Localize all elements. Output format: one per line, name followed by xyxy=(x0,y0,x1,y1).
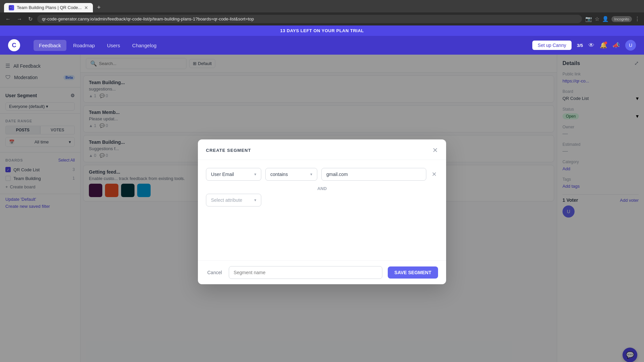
profile-icon[interactable]: 👤 xyxy=(602,16,609,22)
main-layout: ☰ All Feedback 🛡 Moderation Beta User Se… xyxy=(0,55,644,362)
select-attribute-placeholder: Select attribute xyxy=(211,197,242,203)
segment-name-input[interactable] xyxy=(229,266,382,279)
bell-outline-icon[interactable]: 📣 xyxy=(612,42,620,49)
modal-overlay: CREATE SEGMENT ✕ User Email ▾ contains ▾… xyxy=(0,55,644,362)
nav-users[interactable]: Users xyxy=(102,40,125,51)
modal-close-button[interactable]: ✕ xyxy=(432,146,438,154)
incognito-badge: Incognito xyxy=(611,16,632,22)
reload-button[interactable]: ↻ xyxy=(27,14,34,23)
segment-condition-row: User Email ▾ contains ▾ ✕ xyxy=(206,168,438,181)
select-attribute-dropdown[interactable]: Select attribute ▾ xyxy=(206,194,261,206)
cancel-button[interactable]: Cancel xyxy=(206,267,223,278)
bookmark-icon[interactable]: ☆ xyxy=(595,16,599,22)
nav-feedback[interactable]: Feedback xyxy=(34,40,66,51)
select-attr-chevron-icon: ▾ xyxy=(254,198,256,202)
menu-icon[interactable]: ⋮ xyxy=(635,16,640,22)
camera-icon[interactable]: 📷 xyxy=(585,16,592,22)
attribute-label: User Email xyxy=(211,172,234,177)
trial-banner: 13 DAYS LEFT ON YOUR PLAN TRIAL xyxy=(0,25,644,36)
operator-dropdown[interactable]: contains ▾ xyxy=(265,168,317,181)
and-divider: AND xyxy=(206,186,438,191)
modal-body: User Email ▾ contains ▾ ✕ AND Select att… xyxy=(198,160,446,260)
browser-icons: 📷 ☆ 👤 Incognito ⋮ xyxy=(585,16,640,22)
avatar[interactable]: U xyxy=(625,40,636,51)
create-segment-modal: CREATE SEGMENT ✕ User Email ▾ contains ▾… xyxy=(198,139,446,284)
tab-close-button[interactable]: ✕ xyxy=(84,5,88,10)
nav-changelog[interactable]: Changelog xyxy=(127,40,162,51)
value-input[interactable] xyxy=(321,168,426,181)
active-tab[interactable]: C Team Building Plans | QR Code... ✕ xyxy=(4,3,93,12)
browser-chrome: C Team Building Plans | QR Code... ✕ + ←… xyxy=(0,0,644,25)
save-segment-button[interactable]: SAVE SEGMENT xyxy=(388,266,438,279)
progress-badge: 3/5 xyxy=(577,43,583,48)
trial-text: 13 DAYS LEFT ON YOUR PLAN TRIAL xyxy=(280,28,364,33)
setup-canny-button[interactable]: Set up Canny xyxy=(532,41,572,50)
row-delete-button[interactable]: ✕ xyxy=(430,169,438,179)
canny-logo: C xyxy=(8,39,20,51)
back-button[interactable]: ← xyxy=(4,15,12,23)
modal-title: CREATE SEGMENT xyxy=(206,148,251,153)
tab-favicon: C xyxy=(9,5,14,10)
operator-chevron-icon: ▾ xyxy=(310,172,312,177)
notifications-icon[interactable]: 🔔 xyxy=(600,42,607,49)
modal-header: CREATE SEGMENT ✕ xyxy=(198,139,446,160)
select-attribute-row: Select attribute ▾ xyxy=(206,194,438,206)
notification-dot xyxy=(604,42,607,44)
attribute-chevron-icon: ▾ xyxy=(254,172,256,177)
address-input[interactable] xyxy=(37,15,582,23)
attribute-dropdown[interactable]: User Email ▾ xyxy=(206,168,261,181)
address-bar: ← → ↻ 📷 ☆ 👤 Incognito ⋮ xyxy=(0,12,644,25)
new-tab-button[interactable]: + xyxy=(94,3,103,12)
app-header: C Feedback Roadmap Users Changelog Set u… xyxy=(0,36,644,55)
header-right: Set up Canny 3/5 👁 🔔 📣 U xyxy=(532,40,636,51)
operator-label: contains xyxy=(270,172,288,177)
modal-footer: Cancel SAVE SEGMENT xyxy=(198,260,446,284)
forward-button[interactable]: → xyxy=(15,15,23,23)
visibility-icon[interactable]: 👁 xyxy=(588,42,594,49)
tab-bar: C Team Building Plans | QR Code... ✕ + xyxy=(0,0,644,12)
nav-roadmap[interactable]: Roadmap xyxy=(68,40,100,51)
tab-title: Team Building Plans | QR Code... xyxy=(17,5,82,10)
main-nav: Feedback Roadmap Users Changelog xyxy=(34,40,162,51)
